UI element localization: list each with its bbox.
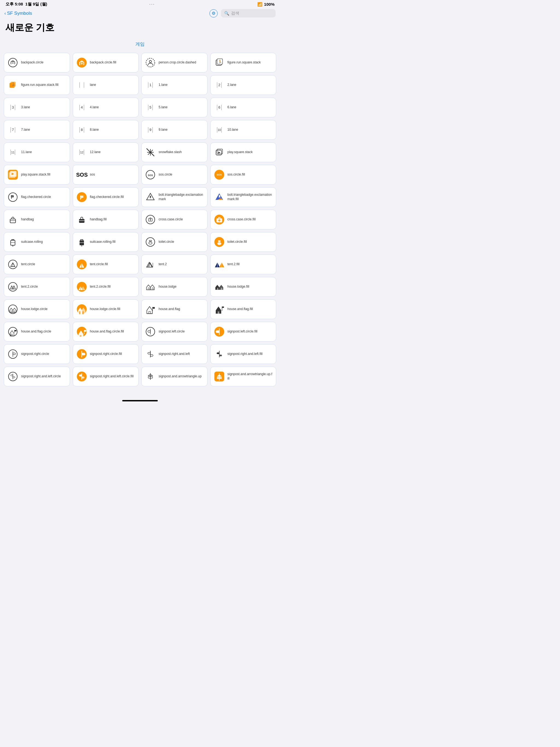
symbol-card[interactable]: 9 9.lane — [142, 120, 207, 140]
snowflake.slash-label: snowflake.slash — [159, 150, 182, 154]
symbol-card[interactable]: signpost.left.circle.fill — [210, 322, 276, 341]
signpost.right.and.left-label: signpost.right.and.left — [159, 352, 190, 356]
svg-rect-72 — [79, 219, 84, 223]
symbol-card[interactable]: handbag — [4, 210, 70, 229]
symbol-card[interactable]: cross.case.circle — [142, 210, 207, 229]
symbol-card[interactable]: signpost.right.circle — [4, 344, 70, 364]
symbol-card[interactable]: tent.circle — [4, 255, 70, 274]
symbol-card[interactable]: 10 10.lane — [210, 120, 276, 140]
symbol-card[interactable]: suitcase.rolling.fill — [73, 232, 139, 252]
symbol-card[interactable]: house.lodge.fill — [210, 277, 276, 297]
symbol-card[interactable]: 🏃 figure.run.square.stack — [210, 53, 276, 73]
symbol-card[interactable]: signpost.right.and.left — [142, 344, 207, 364]
symbol-card[interactable]: house.and.flag — [142, 300, 207, 319]
symbol-card[interactable]: 🏃 figure.run.square.stack.fill — [4, 75, 70, 95]
symbol-card[interactable]: house.lodge.circle.fill — [73, 300, 139, 319]
symbol-card[interactable]: ! bolt.trianglebadge.exclamationmark — [142, 187, 207, 207]
play.square.stack-icon — [214, 147, 225, 158]
svg-text:🏃: 🏃 — [11, 82, 16, 87]
11.lane-icon: 11 — [7, 147, 18, 158]
bolt.trianglebadge.exclamationmark-icon: ! — [145, 192, 156, 203]
person.crop.circle.dashed-icon — [145, 57, 156, 68]
symbol-card[interactable]: signpost.left.circle — [142, 322, 207, 341]
symbol-card[interactable]: ! bolt.trianglebadge.exclamationmark.fil… — [210, 187, 276, 207]
search-bar[interactable]: 🔍 검색 — [221, 9, 276, 18]
symbol-card[interactable]: signpost.and.arrowtriangle.up — [142, 367, 207, 386]
svg-rect-106 — [149, 311, 150, 314]
symbol-card[interactable]: SOSsos.circle.fill — [210, 165, 276, 185]
symbol-card[interactable]: backpack.circle.fill — [73, 53, 139, 73]
flag.checkered.circle.fill-label: flag.checkered.circle.fill — [90, 195, 124, 199]
10.lane-label: 10.lane — [228, 128, 238, 132]
symbol-card[interactable]: signpost.right.and.left.fill — [210, 344, 276, 364]
symbol-card[interactable]: house.and.flag.circle.fill — [73, 322, 139, 341]
cross.case.circle.fill-icon — [214, 214, 225, 225]
symbol-card[interactable]: signpost.and.arrowtriangle.up.fill — [210, 367, 276, 386]
symbol-card[interactable]: play.square.stack.fill — [4, 165, 70, 185]
symbol-card[interactable]: SOSsos — [73, 165, 139, 185]
symbol-card[interactable]: 3 3.lane — [4, 98, 70, 117]
svg-text:3: 3 — [12, 105, 14, 109]
svg-point-95 — [8, 282, 17, 291]
backpack.circle.fill-label: backpack.circle.fill — [90, 60, 117, 65]
symbol-card[interactable]: 4 4.lane — [73, 98, 139, 117]
svg-point-4 — [149, 60, 152, 62]
symbol-card[interactable]: 12 12.lane — [73, 143, 139, 162]
symbol-card[interactable]: backpack.circle — [4, 53, 70, 73]
symbol-card[interactable]: house.and.flag.fill — [210, 300, 276, 319]
symbol-card[interactable]: toilet.circle.fill — [210, 232, 276, 252]
symbol-card[interactable]: 2 2.lane — [210, 75, 276, 95]
symbol-card[interactable]: play.square.stack — [210, 143, 276, 162]
symbol-card[interactable]: toilet.circle — [142, 232, 207, 252]
symbol-card[interactable]: 11 11.lane — [4, 143, 70, 162]
symbol-card[interactable]: 5 5.lane — [142, 98, 207, 117]
symbol-card[interactable]: 1 1.lane — [142, 75, 207, 95]
signpost.right.circle-label: signpost.right.circle — [21, 352, 49, 356]
symbol-card[interactable]: 6 6.lane — [210, 98, 276, 117]
symbol-card[interactable]: tent.circle.fill — [73, 255, 139, 274]
symbol-card[interactable]: signpost.right.and.left.circle.fill — [73, 367, 139, 386]
signpost.and.arrowtriangle.up.fill-icon — [214, 371, 225, 382]
tent.2.fill-label: tent.2.fill — [228, 262, 240, 266]
2.lane-label: 2.lane — [228, 83, 236, 87]
symbol-card[interactable]: house.lodge — [142, 277, 207, 297]
symbol-card[interactable]: 7 7.lane — [4, 120, 70, 140]
symbol-card[interactable]: tent.2 — [142, 255, 207, 274]
symbol-card[interactable]: SOS sos.circle — [142, 165, 207, 185]
symbol-card[interactable]: signpost.right.circle.fill — [73, 344, 139, 364]
symbol-card[interactable]: handbag.fill — [73, 210, 139, 229]
7.lane-label: 7.lane — [21, 128, 30, 132]
gear-button[interactable]: ⚙ — [209, 9, 218, 18]
symbol-card[interactable]: cross.case.circle.fill — [210, 210, 276, 229]
svg-rect-111 — [222, 307, 224, 308]
symbol-card[interactable]: tent.2.circle — [4, 277, 70, 297]
back-label: SF Symbols — [7, 11, 32, 16]
symbol-card[interactable]: flag.checkered.circle.fill — [73, 187, 139, 207]
symbol-card[interactable]: person.crop.circle.dashed — [142, 53, 207, 73]
svg-rect-64 — [80, 196, 83, 198]
symbol-card[interactable]: tent.2.circle.fill — [73, 277, 139, 297]
5.lane-label: 5.lane — [159, 105, 168, 110]
symbol-card[interactable]: 8 8.lane — [73, 120, 139, 140]
symbol-card[interactable]: lane — [73, 75, 139, 95]
symbol-grid: backpack.circle backpack.circle.fill per… — [4, 53, 276, 386]
status-dots: ··· — [149, 2, 155, 6]
symbol-card[interactable]: house.lodge.circle — [4, 300, 70, 319]
symbol-card[interactable]: house.and.flag.circle — [4, 322, 70, 341]
play.square.stack-label: play.square.stack — [228, 150, 253, 154]
back-button[interactable]: ‹ SF Symbols — [4, 11, 32, 16]
symbol-card[interactable]: suitcase.rolling — [4, 232, 70, 252]
signpost.right.and.left.fill-icon — [214, 349, 225, 360]
symbol-card[interactable]: flag.checkered.circle — [4, 187, 70, 207]
sos.circle-label: sos.circle — [159, 173, 172, 177]
svg-point-92 — [217, 242, 221, 245]
symbol-card[interactable]: signpost.right.and.left.circle — [4, 367, 70, 386]
tent.2-label: tent.2 — [159, 262, 167, 266]
1.lane-label: 1.lane — [159, 83, 168, 87]
toilet.circle.fill-label: toilet.circle.fill — [228, 240, 247, 244]
svg-text:6: 6 — [218, 105, 220, 109]
symbol-card[interactable]: tent.2.fill — [210, 255, 276, 274]
house.lodge.circle-label: house.lodge.circle — [21, 307, 48, 311]
symbol-card[interactable]: snowflake.slash — [142, 143, 207, 162]
house.and.flag.circle-icon — [7, 326, 18, 337]
